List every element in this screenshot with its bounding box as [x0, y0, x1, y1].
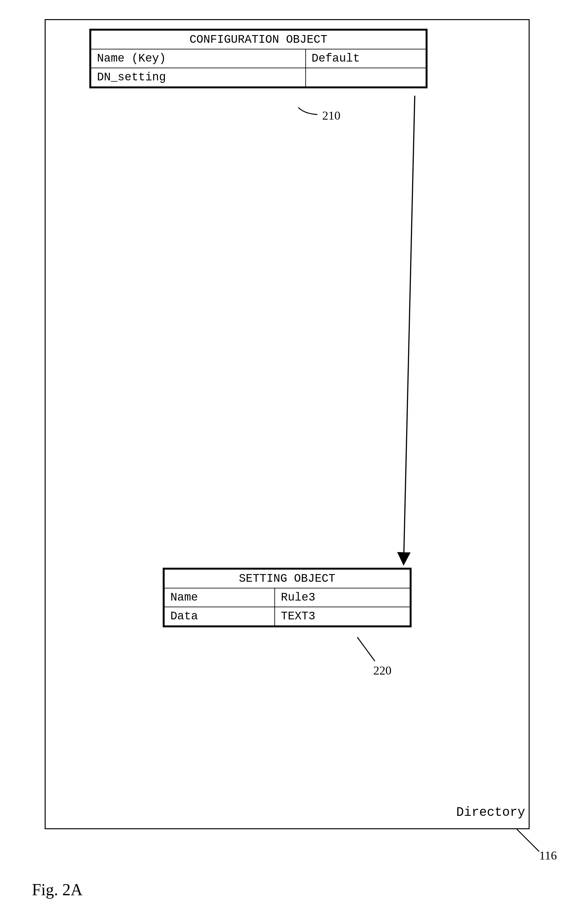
setting-object-row1-val: Rule3 [275, 588, 411, 607]
ref-116: 116 [539, 848, 557, 862]
setting-object-title: SETTING OBJECT [164, 569, 411, 588]
configuration-object-row-name: DN_setting [90, 68, 306, 87]
configuration-object-row-default [306, 68, 427, 87]
configuration-object-title: CONFIGURATION OBJECT [90, 30, 427, 49]
configuration-object-table: CONFIGURATION OBJECT Name (Key) Default … [89, 29, 427, 89]
leadline-116-icon [517, 829, 539, 852]
figure-caption: Fig. 2A [32, 880, 83, 899]
ref-210: 210 [322, 108, 340, 122]
ref-220: 220 [373, 663, 391, 678]
setting-object-row2-val: TEXT3 [275, 607, 411, 626]
directory-label: Directory [456, 805, 525, 819]
configuration-object-header-default: Default [306, 49, 427, 68]
setting-object-table: SETTING OBJECT Name Rule3 Data TEXT3 [163, 568, 412, 627]
directory-frame [45, 19, 530, 829]
setting-object-row2-key: Data [164, 607, 275, 626]
configuration-object-header-name: Name (Key) [90, 49, 306, 68]
setting-object-row1-key: Name [164, 588, 275, 607]
figure-page: CONFIGURATION OBJECT Name (Key) Default … [0, 0, 588, 908]
